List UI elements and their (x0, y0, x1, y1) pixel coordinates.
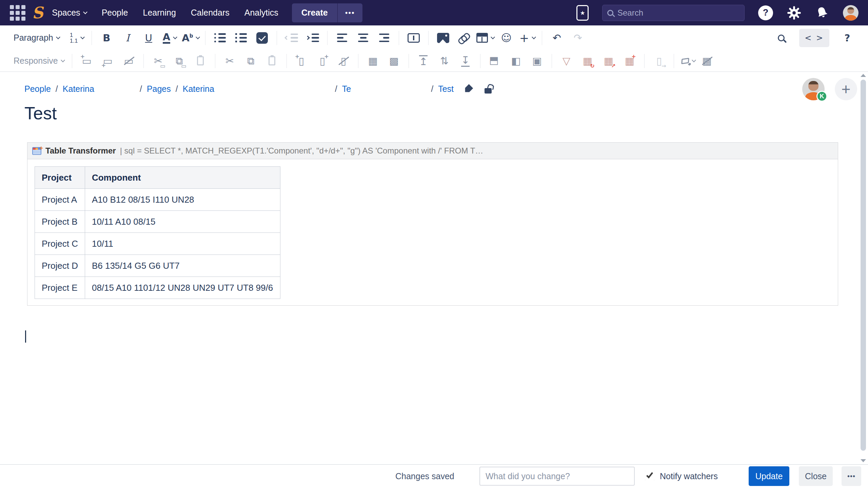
cell-component[interactable]: 08/15 A10 1101/12 UN28 UN29 UT7 UT8 99/6 (85, 277, 280, 299)
create-more-button[interactable]: ••• (337, 3, 362, 22)
notify-watchers-label[interactable]: Notify watchers (660, 471, 718, 481)
unlocked-padlock-icon[interactable] (485, 88, 492, 94)
scroll-up-arrow-icon[interactable] (861, 74, 866, 77)
breadcrumb-people[interactable]: People (24, 84, 51, 94)
insert-emoji-button[interactable]: ☺ (497, 29, 515, 47)
align-right-button[interactable] (375, 29, 393, 47)
find-replace-button[interactable] (772, 29, 790, 47)
chart-from-table-button[interactable]: ▦↗ (599, 52, 618, 70)
add-column-left-button[interactable]: ▯+ (292, 52, 311, 70)
bullet-list-button[interactable] (211, 29, 229, 47)
cell-project[interactable]: Project C (35, 233, 85, 255)
cell-project[interactable]: Project E (35, 277, 85, 299)
pivot-table-button[interactable]: ▦↻ (578, 52, 597, 70)
add-page-button[interactable]: + (835, 78, 857, 100)
paste-row-button[interactable] (191, 52, 210, 70)
column-header-component[interactable]: Component (85, 167, 280, 189)
italic-button[interactable]: I (118, 29, 137, 47)
editor-content-area[interactable]: People / Katerina / Pages / Katerina / T… (0, 72, 868, 464)
paste-button[interactable] (263, 52, 281, 70)
outline-numbering-dropdown[interactable]: 11.1 (68, 29, 86, 47)
notify-watchers-checkbox[interactable] (645, 471, 654, 480)
delete-table-button[interactable]: ▦ (698, 52, 716, 70)
notifications-bell-icon[interactable] (813, 4, 831, 22)
page-layout-button[interactable] (405, 29, 423, 47)
nav-spaces[interactable]: Spaces (52, 8, 86, 18)
settings-gear-icon[interactable] (787, 5, 802, 20)
numbered-list-button[interactable] (232, 29, 250, 47)
bold-button[interactable]: B (97, 29, 116, 47)
underline-button[interactable]: U (139, 29, 158, 47)
header-cell-toggle-button[interactable]: ▣ (528, 52, 546, 70)
cut-row-button[interactable]: ✂▭ (149, 52, 167, 70)
undo-button[interactable]: ↶ (548, 29, 566, 47)
editor-help-button[interactable]: ? (838, 29, 856, 47)
align-cell-middle-button[interactable]: ⇅ (435, 52, 454, 70)
delete-row-button[interactable]: ▭ (120, 52, 138, 70)
update-button[interactable]: Update (749, 466, 789, 486)
align-cell-top-button[interactable]: ↥ (414, 52, 433, 70)
copy-button[interactable]: ⧉ (242, 52, 260, 70)
table-mode-dropdown[interactable]: Responsive (12, 52, 66, 70)
cell-color-dropdown[interactable] (679, 52, 698, 70)
paragraph-style-dropdown[interactable]: Paragraph (12, 29, 62, 47)
merge-cells-button[interactable]: ▦ (364, 52, 382, 70)
copy-row-button[interactable]: ⧉▭ (170, 52, 189, 70)
insert-table-dropdown[interactable] (476, 29, 494, 47)
source-editor-button[interactable]: < > (799, 29, 829, 47)
align-left-button[interactable] (333, 29, 351, 47)
column-header-project[interactable]: Project (35, 167, 85, 189)
breadcrumb-katerina[interactable]: Katerina (63, 84, 94, 94)
align-cell-bottom-button[interactable]: ↧ (456, 52, 475, 70)
site-logo[interactable]: S (31, 3, 44, 22)
insert-more-dropdown[interactable]: + (518, 29, 536, 47)
macro-body[interactable]: Project Component Project A A10 B12 08/1… (27, 159, 838, 306)
export-table-button[interactable]: ▯→ (650, 52, 668, 70)
cell-component[interactable]: 10/11 (85, 233, 280, 255)
header-row-toggle-button[interactable]: ◧ (486, 52, 504, 70)
help-icon[interactable]: ? (758, 5, 773, 20)
nav-analytics[interactable]: Analytics (244, 8, 278, 18)
close-button[interactable]: Close (799, 466, 833, 486)
nav-people[interactable]: People (102, 8, 128, 18)
more-formatting-dropdown[interactable]: Ab (181, 29, 200, 47)
scrollbar-thumb[interactable] (861, 80, 866, 451)
align-center-button[interactable] (354, 29, 372, 47)
filter-table-button[interactable]: ▽ (557, 52, 576, 70)
global-search[interactable] (602, 5, 745, 21)
breadcrumb-te[interactable]: Te (342, 84, 351, 94)
breadcrumb-test[interactable]: Test (438, 84, 454, 94)
cell-component[interactable]: 10/11 A10 08/15 (85, 211, 280, 233)
add-row-below-button[interactable]: ▭+ (99, 52, 117, 70)
project-component-table[interactable]: Project Component Project A A10 B12 08/1… (35, 166, 280, 299)
delete-column-button[interactable]: ▯ (334, 52, 353, 70)
insert-image-button[interactable] (434, 29, 452, 47)
nav-calendars[interactable]: Calendars (191, 8, 230, 18)
cell-project[interactable]: Project B (35, 211, 85, 233)
nav-learning[interactable]: Learning (143, 8, 176, 18)
header-column-toggle-button[interactable]: ◧ (507, 52, 525, 70)
cell-project[interactable]: Project D (35, 255, 85, 277)
outdent-button[interactable] (282, 29, 301, 47)
change-comment-input[interactable] (479, 467, 635, 486)
breadcrumb-katerina-2[interactable]: Katerina (183, 84, 214, 94)
breadcrumb-pages[interactable]: Pages (147, 84, 171, 94)
search-input[interactable] (617, 8, 739, 18)
cell-component[interactable]: A10 B12 08/15 I110 UN28 (85, 189, 280, 211)
cell-component[interactable]: B6 135/14 G5 G6 UT7 (85, 255, 280, 277)
redo-button[interactable]: ↷ (569, 29, 587, 47)
text-color-dropdown[interactable]: A (160, 29, 179, 47)
table-transformer-macro[interactable]: Table Transformer | sql = SELECT *, MATC… (27, 142, 838, 306)
add-column-right-button[interactable]: ▯+ (313, 52, 332, 70)
feed-star-icon[interactable]: ★ (576, 5, 589, 21)
labels-tag-icon[interactable] (463, 84, 473, 94)
scroll-down-arrow-icon[interactable] (861, 459, 866, 462)
cut-button[interactable]: ✂ (221, 52, 239, 70)
footer-more-button[interactable]: ••• (842, 466, 861, 486)
app-switcher-icon[interactable] (9, 5, 26, 21)
macro-header[interactable]: Table Transformer | sql = SELECT *, MATC… (27, 142, 838, 159)
add-row-above-button[interactable]: ▭+ (78, 52, 96, 70)
task-list-button[interactable] (253, 29, 271, 47)
cell-project[interactable]: Project A (35, 189, 85, 211)
page-title[interactable]: Test (24, 103, 57, 123)
